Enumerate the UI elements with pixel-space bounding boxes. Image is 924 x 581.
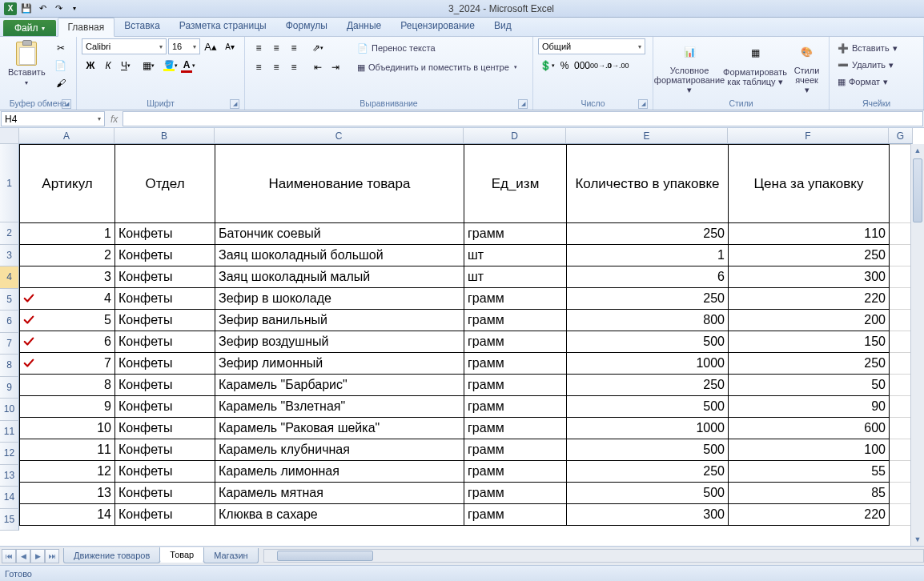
cell[interactable]: грамм (464, 288, 567, 310)
cell[interactable]: Карамель клубничная (215, 439, 464, 461)
tab-вид[interactable]: Вид (484, 17, 521, 36)
table-header-cell[interactable]: Ед_изм (464, 145, 567, 223)
cell[interactable]: шт (464, 266, 567, 288)
currency-icon[interactable]: 💲▾ (538, 58, 556, 74)
cell[interactable]: грамм (464, 223, 567, 245)
grid[interactable]: АртикулОтделНаименование товараЕд_измКол… (19, 144, 910, 546)
cell[interactable]: 300 (567, 504, 729, 526)
row-header-15[interactable]: 15 (0, 509, 19, 531)
table-header-cell[interactable]: Артикул (20, 145, 115, 223)
cell[interactable]: 9 (20, 396, 115, 418)
align-launcher-icon[interactable]: ◢ (518, 99, 528, 109)
delete-cells-button[interactable]: ➖Удалить ▾ (834, 57, 897, 73)
cell[interactable]: 2 (20, 245, 115, 266)
cell[interactable]: Конфеты (115, 245, 215, 266)
cell[interactable]: 250 (729, 245, 890, 266)
grow-font-icon[interactable]: A▴ (202, 38, 219, 54)
col-header-D[interactable]: D (464, 128, 566, 144)
cell[interactable]: Конфеты (115, 461, 215, 483)
cell[interactable]: 800 (567, 310, 729, 331)
row-header-13[interactable]: 13 (0, 465, 19, 487)
cell[interactable]: Зефир в шоколаде (215, 288, 464, 310)
cell[interactable]: 1 (20, 223, 115, 245)
cell[interactable]: грамм (464, 375, 567, 396)
row-header-12[interactable]: 12 (0, 443, 19, 465)
percent-icon[interactable]: % (556, 58, 573, 74)
cell[interactable]: грамм (464, 396, 567, 418)
cell[interactable]: Карамель "Взлетная" (215, 396, 464, 418)
row-header-4[interactable]: 4 (0, 266, 19, 289)
wrap-text-button[interactable]: 📄Перенос текста (354, 40, 520, 56)
cell[interactable]: Конфеты (115, 504, 215, 526)
cell[interactable]: Конфеты (115, 331, 215, 353)
cell[interactable]: 12 (20, 461, 115, 483)
cell[interactable]: Конфеты (115, 418, 215, 439)
horizontal-scrollbar[interactable] (263, 549, 924, 563)
vertical-scrollbar[interactable]: ▲ ▼ (910, 144, 924, 546)
row-header-5[interactable]: 5 (0, 289, 19, 311)
cell[interactable]: 600 (729, 418, 890, 439)
cell[interactable]: 8 (20, 375, 115, 396)
formula-input[interactable] (123, 111, 923, 126)
underline-button[interactable]: Ч▾ (117, 58, 135, 74)
select-all-corner[interactable] (0, 128, 19, 144)
sheet-tab-Магазин[interactable]: Магазин (203, 548, 258, 563)
format-painter-icon[interactable]: 🖌 (52, 75, 70, 91)
sheet-nav-last-icon[interactable]: ⏭ (45, 549, 59, 563)
format-cells-button[interactable]: ▦Формат ▾ (834, 74, 891, 90)
cell[interactable]: Батончик соевый (215, 223, 464, 245)
cell[interactable]: грамм (464, 439, 567, 461)
cell[interactable]: Конфеты (115, 353, 215, 375)
sheet-nav-first-icon[interactable]: ⏮ (2, 549, 16, 563)
cell[interactable]: 6 (567, 266, 729, 288)
clipboard-launcher-icon[interactable]: ◢ (62, 99, 71, 109)
cell[interactable]: Конфеты (115, 375, 215, 396)
cell[interactable]: Конфеты (115, 483, 215, 504)
cell[interactable]: Конфеты (115, 223, 215, 245)
cell[interactable]: 220 (729, 288, 890, 310)
scroll-up-icon[interactable]: ▲ (911, 144, 924, 157)
sheet-tab-Движение товаров[interactable]: Движение товаров (63, 548, 160, 563)
font-size-combo[interactable]: 16▾ (168, 38, 200, 54)
copy-icon[interactable]: 📄 (52, 58, 70, 74)
row-header-8[interactable]: 8 (0, 355, 19, 377)
cell[interactable]: Карамель "Раковая шейка" (215, 418, 464, 439)
cell[interactable]: 220 (729, 504, 890, 526)
cell[interactable]: Карамель мятная (215, 483, 464, 504)
cell[interactable]: 100 (729, 439, 890, 461)
cell[interactable]: Конфеты (115, 266, 215, 288)
bold-button[interactable]: Ж (82, 58, 99, 74)
merge-center-button[interactable]: ▦Объединить и поместить в центре▾ (354, 59, 520, 75)
cell[interactable]: 150 (729, 331, 890, 353)
cell[interactable]: грамм (464, 331, 567, 353)
cell[interactable]: грамм (464, 418, 567, 439)
cell[interactable]: 250 (729, 353, 890, 375)
font-launcher-icon[interactable]: ◢ (230, 99, 239, 109)
tab-разметка страницы[interactable]: Разметка страницы (170, 17, 276, 36)
cell[interactable]: 55 (729, 461, 890, 483)
decrease-indent-icon[interactable]: ⇤ (309, 59, 327, 75)
number-launcher-icon[interactable]: ◢ (638, 99, 648, 109)
save-icon[interactable]: 💾 (19, 2, 34, 16)
cell[interactable]: шт (464, 245, 567, 266)
row-header-1[interactable]: 1 (0, 144, 19, 222)
tab-рецензирование[interactable]: Рецензирование (391, 17, 484, 36)
row-header-9[interactable]: 9 (0, 377, 19, 399)
shrink-font-icon[interactable]: A▾ (221, 38, 239, 54)
col-header-G[interactable]: G (889, 128, 913, 144)
align-top-icon[interactable]: ≡ (250, 40, 267, 56)
cell[interactable]: 4 (20, 288, 115, 310)
insert-cells-button[interactable]: ➕Вставить ▾ (834, 40, 901, 56)
cell[interactable]: 50 (729, 375, 890, 396)
cell[interactable]: 500 (567, 439, 729, 461)
table-header-cell[interactable]: Количество в упаковке (567, 145, 729, 223)
fill-color-button[interactable]: 🪣▾ (162, 58, 179, 74)
sheet-nav-prev-icon[interactable]: ◀ (16, 549, 30, 563)
cell[interactable]: 500 (567, 396, 729, 418)
row-header-3[interactable]: 3 (0, 245, 19, 267)
cell[interactable]: 500 (567, 483, 729, 504)
tab-формулы[interactable]: Формулы (276, 17, 337, 36)
cut-icon[interactable]: ✂ (52, 40, 70, 56)
col-header-A[interactable]: A (19, 128, 114, 144)
row-header-14[interactable]: 14 (0, 487, 19, 509)
